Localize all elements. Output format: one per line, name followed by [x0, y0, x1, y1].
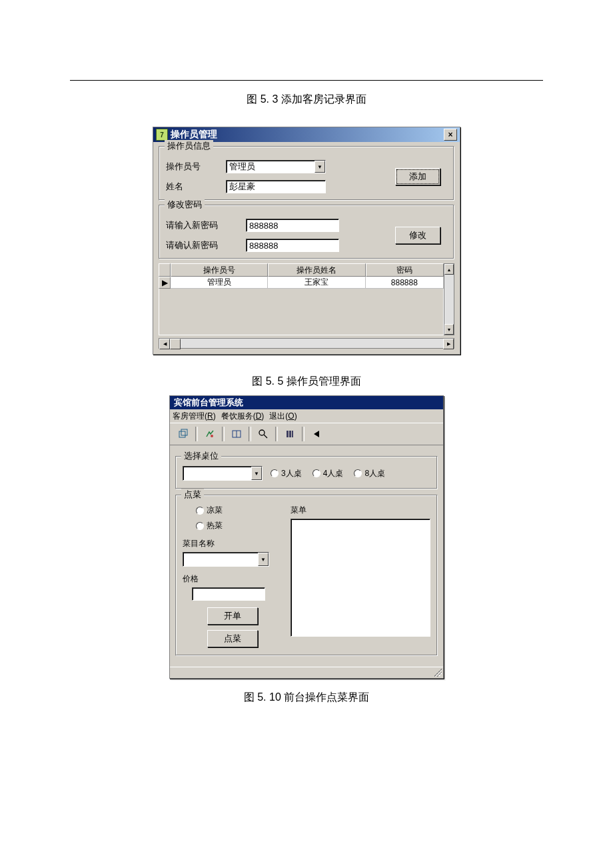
change-password-group: 修改密码 请输入新密码 888888 请确认新密码 888888 [159, 205, 454, 259]
price-label: 价格 [183, 573, 283, 585]
svg-rect-8 [289, 431, 291, 437]
search-icon[interactable] [253, 425, 274, 443]
menu-room-management[interactable]: 客房管理(R) [173, 411, 216, 422]
grid-row-selector-header [159, 263, 171, 277]
grid-empty-area [159, 289, 444, 335]
operator-id-label: 操作员号 [166, 161, 226, 173]
toolbar-icon-1[interactable] [173, 425, 194, 443]
toolbar-icon-3[interactable] [226, 425, 247, 443]
back-icon[interactable] [306, 425, 327, 443]
order-dish-button[interactable]: 点菜 [207, 630, 258, 647]
svg-rect-0 [179, 431, 185, 437]
caption-fig5-3: 图 5. 3 添加客房记录界面 [0, 93, 613, 107]
radio-icon [196, 507, 204, 515]
app-icon: 7 [156, 129, 168, 141]
confirm-password-label: 请确认新密码 [166, 239, 246, 251]
close-icon[interactable]: × [444, 129, 457, 141]
horizontal-scrollbar[interactable]: ◀ ▶ [159, 338, 454, 349]
operator-id-combo[interactable]: 管理员 ▼ [226, 160, 326, 173]
menu-listbox[interactable] [291, 519, 430, 637]
grid-header-cell[interactable]: 密码 [366, 263, 444, 277]
menubar: 客房管理(R) 餐饮服务(D) 退出(O) [170, 409, 443, 423]
dish-name-label: 菜目名称 [183, 538, 283, 549]
chevron-down-icon[interactable]: ▼ [258, 553, 269, 566]
operator-grid: 操作员号 操作员姓名 密码 ▶ 管理员 王家宝 888888 ▲ ▼ [159, 263, 454, 335]
scroll-left-icon[interactable]: ◀ [159, 339, 170, 349]
radio-4-person[interactable]: 4人桌 [312, 468, 344, 479]
confirm-password-input[interactable]: 888888 [246, 239, 339, 252]
radio-cold-dish[interactable]: 凉菜 [196, 505, 283, 516]
table-row[interactable]: ▶ 管理员 王家宝 888888 [159, 277, 444, 289]
toolbar [170, 423, 443, 445]
radio-icon [271, 469, 279, 477]
group-legend: 点菜 [181, 489, 204, 501]
svg-rect-7 [287, 431, 289, 437]
front-desk-window: 宾馆前台管理系统 客房管理(R) 餐饮服务(D) 退出(O) [169, 395, 444, 679]
svg-rect-9 [292, 431, 293, 437]
new-password-label: 请输入新密码 [166, 219, 246, 231]
radio-hot-dish[interactable]: 热菜 [196, 520, 283, 531]
radio-8-person[interactable]: 8人桌 [354, 468, 385, 479]
grid-cell: 888888 [366, 277, 444, 289]
scroll-down-icon[interactable]: ▼ [444, 324, 454, 335]
toolbar-icon-5[interactable] [279, 425, 301, 443]
window-title: 宾馆前台管理系统 [174, 397, 243, 409]
titlebar: 宾馆前台管理系统 [170, 396, 443, 409]
order-group: 点菜 凉菜 热菜 菜目名称 ▼ [175, 495, 438, 656]
row-indicator-icon: ▶ [159, 277, 171, 289]
modify-button[interactable]: 修改 [395, 227, 440, 244]
dish-name-combo[interactable]: ▼ [183, 552, 269, 567]
operator-management-window: 7 操作员管理 × 操作员信息 操作员号 管理员 ▼ 姓名 [153, 127, 460, 355]
select-table-group: 选择桌位 ▼ 3人桌 4人桌 8人桌 [175, 456, 438, 489]
chevron-down-icon[interactable]: ▼ [314, 161, 325, 173]
menu-exit[interactable]: 退出(O) [269, 411, 297, 422]
scroll-right-icon[interactable]: ▶ [443, 339, 454, 349]
chevron-down-icon[interactable]: ▼ [251, 467, 262, 480]
scroll-thumb[interactable] [170, 339, 181, 349]
caption-fig5-5: 图 5. 5 操作员管理界面 [0, 375, 613, 389]
svg-point-5 [259, 430, 265, 435]
scroll-up-icon[interactable]: ▲ [444, 264, 454, 275]
resize-grip-icon[interactable] [434, 669, 442, 677]
vertical-scrollbar[interactable]: ▲ ▼ [444, 263, 454, 335]
menu-label: 菜单 [291, 505, 430, 516]
table-select-combo[interactable]: ▼ [183, 466, 263, 481]
svg-line-6 [264, 435, 267, 438]
menu-dining-service[interactable]: 餐饮服务(D) [221, 411, 265, 422]
radio-3-person[interactable]: 3人桌 [271, 468, 302, 479]
radio-icon [196, 522, 204, 530]
grid-header-cell[interactable]: 操作员号 [171, 263, 268, 277]
svg-rect-1 [181, 429, 187, 435]
toolbar-icon-2[interactable] [199, 425, 221, 443]
caption-fig5-10: 图 5. 10 前台操作点菜界面 [0, 691, 613, 705]
operator-info-group: 操作员信息 操作员号 管理员 ▼ 姓名 彭星豪 [159, 146, 454, 201]
grid-cell: 管理员 [171, 277, 268, 289]
horizontal-rule [70, 80, 543, 81]
grid-header-cell[interactable]: 操作员姓名 [268, 263, 365, 277]
price-input[interactable] [192, 587, 265, 601]
name-label: 姓名 [166, 181, 226, 193]
add-button[interactable]: 添加 [395, 168, 440, 185]
new-password-input[interactable]: 888888 [246, 219, 339, 232]
group-legend: 选择桌位 [181, 450, 221, 462]
window-title: 操作员管理 [171, 129, 217, 141]
grid-cell: 王家宝 [268, 277, 365, 289]
svg-point-2 [211, 435, 213, 437]
group-legend: 修改密码 [165, 199, 205, 211]
name-input[interactable]: 彭星豪 [226, 180, 326, 193]
open-order-button[interactable]: 开单 [207, 607, 258, 625]
radio-icon [354, 469, 362, 477]
radio-icon [312, 469, 320, 477]
group-legend: 操作员信息 [165, 140, 213, 152]
